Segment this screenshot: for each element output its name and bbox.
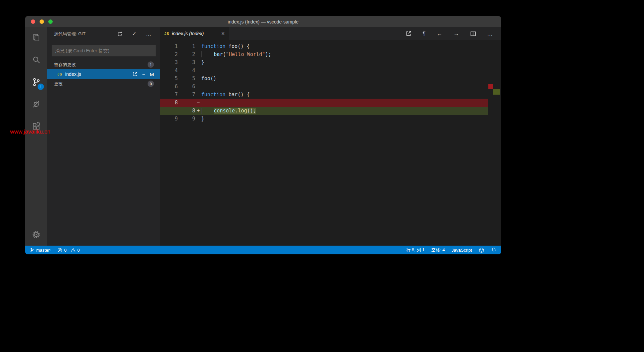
staged-file-row[interactable]: JS index.js − M bbox=[47, 69, 160, 79]
feedback-smiley-icon[interactable] bbox=[479, 247, 484, 253]
staged-count-badge: 1 bbox=[148, 61, 154, 68]
problems-status[interactable]: 0 0 bbox=[57, 248, 79, 253]
inline-added-highlight: console.log(); bbox=[214, 108, 256, 114]
indent-guide bbox=[201, 51, 214, 57]
editor-more-actions-icon[interactable]: … bbox=[487, 31, 493, 37]
tab-label: index.js (Index) bbox=[172, 31, 204, 36]
new-line-number: 5 bbox=[178, 74, 195, 83]
diff-marker bbox=[195, 74, 201, 83]
code-text: } bbox=[201, 115, 488, 123]
new-line-number: 9 bbox=[178, 115, 195, 123]
code-line[interactable]: 22 bar("Hello World"); bbox=[160, 50, 488, 58]
new-line-number bbox=[178, 99, 195, 107]
code-text bbox=[201, 66, 488, 74]
status-bar: master+ 0 0 行 8, 列 1 空格: 4 JavaScript bbox=[25, 246, 501, 254]
code-text bbox=[201, 99, 488, 107]
new-line-number: 6 bbox=[178, 83, 195, 91]
settings-gear-button[interactable] bbox=[25, 225, 47, 246]
section-label: 暂存的更改 bbox=[54, 62, 76, 68]
commit-message-input[interactable] bbox=[52, 45, 156, 56]
staged-changes-header[interactable]: 暂存的更改 1 bbox=[47, 60, 160, 69]
new-line-number: 3 bbox=[178, 58, 195, 66]
open-changes-icon[interactable] bbox=[406, 31, 412, 37]
debug-disabled-icon bbox=[32, 100, 41, 110]
warning-group: 0 bbox=[70, 248, 80, 253]
search-icon bbox=[32, 55, 41, 65]
editor-area: JS index.js (Index) × ¶ ← → … bbox=[160, 27, 501, 246]
old-line-number: 8 bbox=[160, 99, 178, 107]
code-line[interactable]: 44 bbox=[160, 66, 488, 74]
next-change-icon[interactable]: → bbox=[453, 31, 459, 37]
code-text: function bar() { bbox=[201, 91, 488, 99]
explorer-activity-button[interactable] bbox=[25, 27, 47, 49]
indent-guide bbox=[201, 108, 214, 114]
previous-change-icon[interactable]: ← bbox=[437, 31, 442, 37]
scrollbar[interactable] bbox=[482, 43, 482, 191]
close-window-button[interactable] bbox=[31, 19, 35, 24]
close-tab-icon[interactable]: × bbox=[221, 31, 225, 37]
minimize-window-button[interactable] bbox=[40, 19, 44, 24]
warning-count: 0 bbox=[77, 248, 80, 253]
branch-icon bbox=[30, 248, 35, 253]
code-line[interactable]: 99} bbox=[160, 115, 488, 123]
old-line-number: 3 bbox=[160, 58, 178, 66]
old-line-number: 6 bbox=[160, 83, 178, 91]
warning-icon bbox=[70, 248, 76, 253]
debug-activity-button[interactable] bbox=[25, 94, 47, 116]
old-line-number: 9 bbox=[160, 115, 178, 123]
git-branch-status[interactable]: master+ bbox=[30, 248, 52, 253]
extensions-activity-button[interactable] bbox=[25, 116, 47, 138]
file-row-actions: − M bbox=[132, 71, 154, 77]
new-line-number: 1 bbox=[178, 42, 195, 50]
code-text: } bbox=[201, 58, 488, 66]
changes-count-badge: 0 bbox=[148, 81, 154, 87]
refresh-icon[interactable] bbox=[117, 31, 123, 37]
tab-indexjs[interactable]: JS index.js (Index) × bbox=[160, 27, 229, 40]
tab-bar: JS index.js (Index) × ¶ ← → … bbox=[160, 27, 501, 40]
notifications-bell-icon[interactable] bbox=[491, 247, 496, 253]
open-file-icon[interactable] bbox=[132, 71, 138, 77]
split-editor-icon[interactable] bbox=[470, 31, 476, 37]
code-line[interactable]: 66 bbox=[160, 83, 488, 91]
code-text: bar("Hello World"); bbox=[201, 50, 488, 58]
sidebar-header: 源代码管理: GIT ✓ … bbox=[47, 27, 160, 41]
language-mode-status[interactable]: JavaScript bbox=[451, 248, 472, 253]
toggle-whitespace-icon[interactable]: ¶ bbox=[423, 31, 426, 37]
diff-marker bbox=[195, 66, 201, 74]
cursor-position-status[interactable]: 行 8, 列 1 bbox=[406, 247, 425, 253]
unstage-minus-icon[interactable]: − bbox=[142, 72, 145, 77]
code-line[interactable]: 8+ console.log(); bbox=[160, 107, 488, 115]
code-line[interactable]: 33} bbox=[160, 58, 488, 66]
scm-count-badge: 1 bbox=[38, 84, 44, 90]
old-line-number bbox=[160, 107, 178, 115]
old-line-number: 7 bbox=[160, 91, 178, 99]
changes-header[interactable]: 更改 0 bbox=[47, 79, 160, 88]
diff-lines[interactable]: 11function foo() {22 bar("Hello World");… bbox=[160, 40, 501, 246]
error-count: 0 bbox=[64, 248, 66, 253]
more-actions-icon[interactable]: … bbox=[146, 31, 151, 37]
gear-icon bbox=[32, 230, 41, 241]
zoom-window-button[interactable] bbox=[48, 19, 53, 24]
window-controls bbox=[31, 16, 53, 27]
code-line[interactable]: 11function foo() { bbox=[160, 42, 488, 50]
file-name: index.js bbox=[65, 71, 81, 77]
editor-toolbar: ¶ ← → … bbox=[406, 27, 501, 40]
diff-marker bbox=[195, 50, 201, 58]
source-control-activity-button[interactable]: 1 bbox=[25, 71, 47, 94]
code-line[interactable]: 55foo() bbox=[160, 74, 488, 83]
indentation-status[interactable]: 空格: 4 bbox=[431, 247, 445, 253]
commit-check-icon[interactable]: ✓ bbox=[132, 31, 137, 37]
code-text: foo() bbox=[201, 74, 488, 83]
old-line-number: 2 bbox=[160, 50, 178, 58]
error-icon bbox=[57, 248, 62, 253]
new-line-number: 7 bbox=[178, 91, 195, 99]
window-title: index.js (Index) — vscode-sample bbox=[228, 19, 299, 24]
branch-name: master+ bbox=[36, 248, 52, 253]
new-line-number: 4 bbox=[178, 66, 195, 74]
code-line[interactable]: 77function bar() { bbox=[160, 91, 488, 99]
files-icon bbox=[32, 33, 41, 43]
search-activity-button[interactable] bbox=[25, 49, 47, 71]
code-line[interactable]: 8− bbox=[160, 99, 488, 107]
modified-status-letter: M bbox=[150, 72, 154, 77]
diff-marker bbox=[195, 115, 201, 123]
